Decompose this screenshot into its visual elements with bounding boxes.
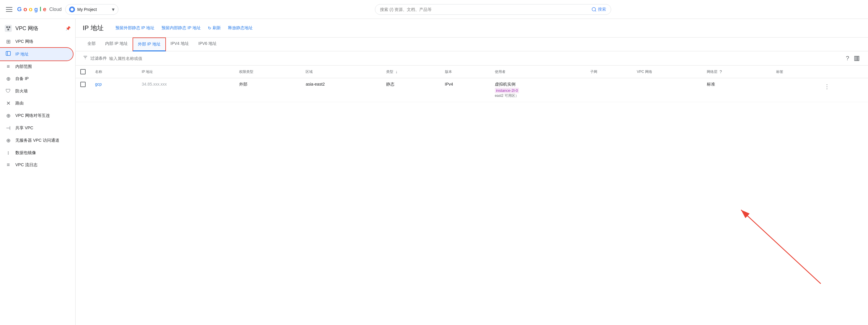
firewall-icon: 🛡 <box>5 88 12 94</box>
network-tier-help-icon[interactable]: ? <box>719 69 722 74</box>
row-user: 虚拟机实例 instance-2l-0 east2 可用区） <box>490 78 585 102</box>
filter-input[interactable] <box>109 56 842 61</box>
vpc-network-nav-icon: ⊞ <box>5 38 12 45</box>
table-body: gcp 34.85.xxx.xxx 外部 asia-east2 静态 <box>75 78 868 102</box>
row-checkbox-cell[interactable] <box>75 78 90 102</box>
project-selector[interactable]: My Project ▾ <box>65 4 118 15</box>
sidebar-item-routing[interactable]: ✕ 路由 <box>0 97 73 109</box>
sidebar-item-label: 路由 <box>16 101 24 106</box>
svg-point-1 <box>592 7 596 11</box>
internal-range-icon: ≡ <box>5 63 12 70</box>
hamburger-menu[interactable] <box>5 6 13 13</box>
main-content: IP 地址 预留外部静态 IP 地址 预留内部静态 IP 地址 ↻ 刷新 释放静… <box>75 19 868 325</box>
tab-internal-ip[interactable]: 内部 IP 地址 <box>100 37 132 52</box>
svg-rect-13 <box>858 56 859 61</box>
self-ip-icon: ⊕ <box>5 75 12 82</box>
sidebar-item-vpc-network[interactable]: ⊞ VPC 网络 <box>0 35 73 48</box>
select-all-checkbox[interactable] <box>80 69 86 74</box>
sidebar-item-label: 自备 IP <box>16 76 29 82</box>
filter-icon <box>83 55 88 62</box>
row-more-button[interactable]: ⋮ <box>823 82 831 91</box>
help-circle-icon: ? <box>846 55 849 62</box>
col-permission-type: 权限类型 <box>235 66 301 78</box>
col-type[interactable]: 类型 ↓ <box>381 66 440 78</box>
user-instance-highlight[interactable]: instance-2l-0 <box>495 88 519 93</box>
sidebar-item-label: 无服务器 VPC 访问通道 <box>16 138 59 143</box>
sidebar-item-internal-range[interactable]: ≡ 内部范围 <box>0 61 73 73</box>
sidebar-title: VPC 网络 <box>16 25 62 32</box>
columns-btn[interactable] <box>852 54 861 63</box>
reserve-internal-btn[interactable]: 预留内部静态 IP 地址 <box>159 24 203 32</box>
vpc-peering-icon: ⊕ <box>5 112 12 119</box>
ip-table: 名称 IP 地址 权限类型 区域 类型 ↓ 版本 使用者 子网 VPC 网络 <box>75 66 868 102</box>
select-all-header[interactable] <box>75 66 90 78</box>
row-actions-cell[interactable]: ⋮ <box>818 78 868 102</box>
row-network-tier: 标准 <box>702 78 771 102</box>
row-subnet <box>585 78 632 102</box>
refresh-btn[interactable]: ↻ 刷新 <box>206 24 223 32</box>
search-button[interactable]: 搜索 <box>591 7 606 12</box>
col-actions <box>818 66 868 78</box>
user-zone: east2 可用区） <box>495 93 581 98</box>
ip-address-value: 34.85.xxx.xxx <box>142 82 167 87</box>
sidebar-item-label: 共享 VPC <box>16 126 33 131</box>
release-btn[interactable]: 释放静态地址 <box>225 24 255 32</box>
col-user: 使用者 <box>490 66 585 78</box>
page-title: IP 地址 <box>83 24 104 32</box>
ip-name-link[interactable]: gcp <box>95 82 102 87</box>
sidebar-item-label: VPC 网络对等互连 <box>16 113 50 118</box>
sidebar-item-firewall[interactable]: 🛡 防火墙 <box>0 85 73 97</box>
svg-rect-5 <box>7 29 9 30</box>
page-header: IP 地址 预留外部静态 IP 地址 预留内部静态 IP 地址 ↻ 刷新 释放静… <box>75 19 868 37</box>
topbar: Google Cloud My Project ▾ 搜索 <box>0 0 868 19</box>
col-vpc-network: VPC 网络 <box>632 66 702 78</box>
row-permission-type: 外部 <box>235 78 301 102</box>
row-checkbox[interactable] <box>80 82 86 87</box>
shared-vpc-icon: ⊣ <box>5 125 12 131</box>
row-type: 静态 <box>381 78 440 102</box>
chevron-down-icon: ▾ <box>112 6 115 13</box>
sidebar-item-vpc-peering[interactable]: ⊕ VPC 网络对等互连 <box>0 109 73 122</box>
pin-icon[interactable]: 📌 <box>66 26 70 31</box>
svg-rect-12 <box>856 56 857 61</box>
table-container: 名称 IP 地址 权限类型 区域 类型 ↓ 版本 使用者 子网 VPC 网络 <box>75 66 868 102</box>
svg-rect-3 <box>6 26 8 28</box>
col-subnet: 子网 <box>585 66 632 78</box>
row-vpc-network <box>632 78 702 102</box>
filter-actions: ? <box>845 54 861 63</box>
reserve-external-btn[interactable]: 预留外部静态 IP 地址 <box>113 24 157 32</box>
row-tags <box>771 78 818 102</box>
topbar-left: Google Cloud My Project ▾ <box>5 4 118 15</box>
sidebar-item-vpc-flow[interactable]: ≡ VPC 流日志 <box>0 159 73 171</box>
col-ip-address: IP 地址 <box>137 66 235 78</box>
user-type: 虚拟机实例 <box>495 82 581 87</box>
user-info: 虚拟机实例 instance-2l-0 east2 可用区） <box>495 82 581 98</box>
col-region: 区域 <box>301 66 381 78</box>
help-icon-btn[interactable]: ? <box>845 54 850 63</box>
vpc-network-icon <box>5 25 12 32</box>
sidebar-item-self-ip[interactable]: ⊕ 自备 IP <box>0 73 73 85</box>
tab-all[interactable]: 全部 <box>83 37 100 52</box>
serverless-icon: ⊕ <box>5 137 12 144</box>
tabs: 全部 内部 IP 地址 外部 IP 地址 IPV4 地址 IPV6 地址 <box>75 37 868 52</box>
sidebar-item-label: VPC 网络 <box>16 39 33 44</box>
sidebar-item-shared-vpc[interactable]: ⊣ 共享 VPC <box>0 122 73 134</box>
header-actions: 预留外部静态 IP 地址 预留内部静态 IP 地址 ↻ 刷新 释放静态地址 <box>113 24 861 32</box>
project-name: My Project <box>78 7 110 12</box>
svg-line-2 <box>595 10 596 11</box>
row-ip-address: 34.85.xxx.xxx <box>137 78 235 102</box>
tab-ipv4[interactable]: IPV4 地址 <box>166 37 194 52</box>
table-row: gcp 34.85.xxx.xxx 外部 asia-east2 静态 <box>75 78 868 102</box>
sidebar-item-serverless-vpc[interactable]: ⊕ 无服务器 VPC 访问通道 <box>0 134 73 147</box>
sidebar-item-packet-mirror[interactable]: ↕ 数据包镜像 <box>0 147 73 159</box>
svg-rect-11 <box>855 56 856 61</box>
svg-point-0 <box>70 8 73 11</box>
sidebar-item-label: 防火墙 <box>16 89 28 94</box>
tab-ipv6[interactable]: IPV6 地址 <box>194 37 221 52</box>
search-input[interactable] <box>380 7 589 12</box>
search-bar[interactable]: 搜索 <box>375 4 611 15</box>
tab-external-ip[interactable]: 外部 IP 地址 <box>132 37 166 52</box>
filter-bar: 过滤条件 ? <box>75 52 868 66</box>
sidebar-item-ip-address[interactable]: IP 地址 <box>0 48 73 61</box>
project-icon <box>69 6 75 12</box>
